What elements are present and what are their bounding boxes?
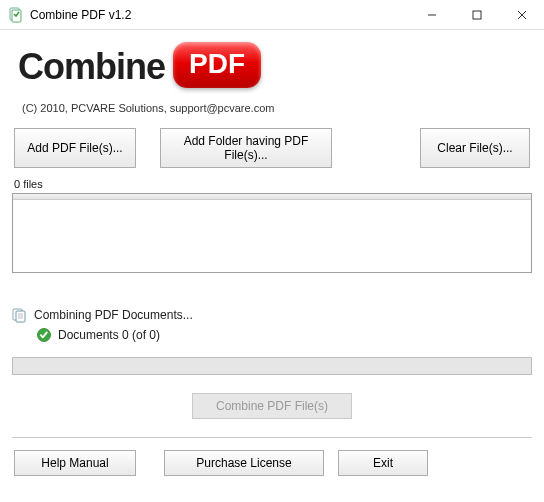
documents-icon bbox=[12, 307, 28, 323]
titlebar: Combine PDF v1.2 bbox=[0, 0, 544, 30]
app-icon bbox=[8, 7, 24, 23]
bottom-row: Help Manual Purchase License Exit bbox=[12, 450, 532, 476]
file-count-label: 0 files bbox=[12, 178, 532, 193]
minimize-button[interactable] bbox=[409, 0, 454, 30]
logo-badge: PDF bbox=[173, 42, 261, 88]
spacer bbox=[356, 128, 396, 168]
logo-area: Combine PDF bbox=[12, 38, 532, 92]
file-list[interactable] bbox=[12, 193, 532, 273]
help-manual-button[interactable]: Help Manual bbox=[14, 450, 136, 476]
file-actions-row: Add PDF File(s)... Add Folder having PDF… bbox=[12, 128, 532, 178]
progress-bar bbox=[12, 357, 532, 375]
close-button[interactable] bbox=[499, 0, 544, 30]
add-pdf-button[interactable]: Add PDF File(s)... bbox=[14, 128, 136, 168]
clear-files-button[interactable]: Clear File(s)... bbox=[420, 128, 530, 168]
exit-button[interactable]: Exit bbox=[338, 450, 428, 476]
svg-rect-7 bbox=[16, 311, 25, 322]
status-combining-row: Combining PDF Documents... bbox=[12, 305, 532, 325]
logo-word: Combine bbox=[18, 46, 165, 88]
status-documents-label: Documents 0 (of 0) bbox=[58, 328, 160, 342]
combine-button[interactable]: Combine PDF File(s) bbox=[192, 393, 352, 419]
window-title: Combine PDF v1.2 bbox=[30, 8, 409, 22]
svg-rect-3 bbox=[473, 11, 481, 19]
maximize-button[interactable] bbox=[454, 0, 499, 30]
main-content: Combine PDF (C) 2010, PCVARE Solutions, … bbox=[0, 30, 544, 488]
combine-row: Combine PDF File(s) bbox=[12, 375, 532, 427]
purchase-license-button[interactable]: Purchase License bbox=[164, 450, 324, 476]
add-folder-button[interactable]: Add Folder having PDF File(s)... bbox=[160, 128, 332, 168]
copyright-text: (C) 2010, PCVARE Solutions, support@pcva… bbox=[12, 92, 532, 128]
divider bbox=[12, 437, 532, 438]
status-combining-label: Combining PDF Documents... bbox=[34, 308, 193, 322]
status-documents-row: Documents 0 (of 0) bbox=[12, 325, 532, 345]
check-icon bbox=[36, 327, 52, 343]
status-area: Combining PDF Documents... Documents 0 (… bbox=[12, 277, 532, 375]
file-list-header bbox=[13, 194, 531, 200]
app-logo: Combine PDF bbox=[18, 44, 528, 90]
